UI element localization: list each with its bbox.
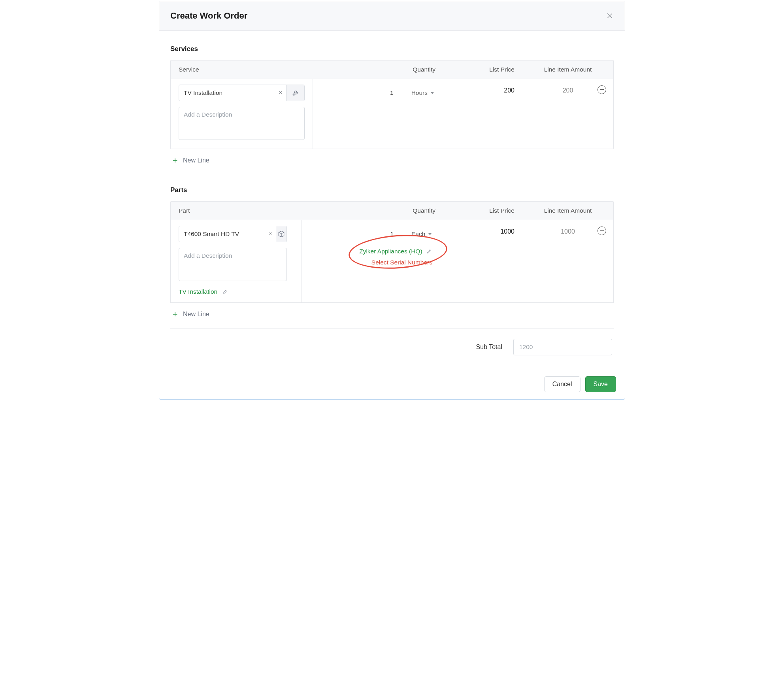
col-quantity: Quantity [302, 202, 443, 220]
col-line-amount: Line Item Amount [522, 202, 613, 220]
part-unit-select[interactable]: Each [404, 228, 441, 240]
part-unit-label: Each [411, 230, 425, 238]
parts-section-title: Parts [170, 186, 614, 194]
services-table-header: Service Quantity List Price Line Item Am… [171, 60, 613, 79]
box-icon[interactable] [276, 226, 286, 242]
subtotal-label: Sub Total [476, 344, 502, 351]
services-new-line-label: New Line [183, 157, 209, 164]
modal-header: Create Work Order [159, 1, 625, 31]
warehouse-link[interactable]: Zylker Appliances (HQ) [359, 248, 432, 255]
service-unit-select[interactable]: Hours [404, 87, 441, 99]
services-new-line-button[interactable]: New Line [170, 149, 614, 172]
part-row: TV Installation 1 Each [171, 220, 613, 302]
part-quantity[interactable]: 1 [390, 230, 404, 238]
clear-icon[interactable] [275, 90, 286, 96]
part-amount: 1000 [561, 228, 575, 235]
service-quantity[interactable]: 1 [390, 89, 404, 96]
wrench-icon[interactable] [286, 85, 304, 101]
col-list-price: List Price [443, 202, 522, 220]
col-part: Part [171, 202, 302, 220]
plus-icon [172, 157, 178, 164]
pencil-icon [426, 248, 432, 254]
select-serial-numbers-link[interactable]: Select Serial Numbers [371, 259, 432, 266]
service-row: 1 Hours 200 200 [171, 79, 613, 149]
modal-title: Create Work Order [170, 11, 247, 21]
service-amount: 200 [563, 87, 573, 94]
services-table: Service Quantity List Price Line Item Am… [170, 60, 614, 149]
part-lookup[interactable] [179, 226, 287, 242]
subtotal-row: Sub Total [170, 328, 614, 357]
cancel-button[interactable]: Cancel [544, 376, 580, 392]
service-unit-label: Hours [411, 89, 428, 96]
col-list-price: List Price [443, 60, 522, 79]
parts-table-header: Part Quantity List Price Line Item Amoun… [171, 202, 613, 220]
close-icon[interactable] [606, 12, 614, 20]
service-description-input[interactable] [179, 107, 305, 140]
chevron-down-icon [428, 233, 432, 235]
part-name-input[interactable] [179, 226, 265, 242]
clear-icon[interactable] [265, 231, 276, 237]
pencil-icon [222, 289, 228, 295]
service-name-input[interactable] [179, 85, 275, 101]
associated-service-link[interactable]: TV Installation [179, 288, 294, 295]
service-lookup[interactable] [179, 85, 305, 101]
save-button[interactable]: Save [585, 376, 616, 392]
parts-table: Part Quantity List Price Line Item Amoun… [170, 201, 614, 303]
chevron-down-icon [431, 92, 434, 94]
col-line-amount: Line Item Amount [522, 60, 613, 79]
remove-line-icon[interactable] [597, 226, 606, 235]
parts-new-line-button[interactable]: New Line [170, 302, 614, 326]
remove-line-icon[interactable] [597, 85, 606, 94]
col-quantity: Quantity [313, 60, 443, 79]
parts-new-line-label: New Line [183, 311, 209, 318]
service-list-price[interactable]: 200 [443, 79, 522, 99]
plus-icon [172, 311, 178, 317]
subtotal-input[interactable] [513, 339, 612, 355]
modal-footer: Cancel Save [159, 369, 625, 399]
services-section-title: Services [170, 45, 614, 53]
part-description-input[interactable] [179, 248, 287, 281]
part-list-price[interactable]: 1000 [443, 220, 522, 240]
create-work-order-modal: Create Work Order Services Service Quant… [159, 1, 625, 400]
col-service: Service [171, 60, 313, 79]
